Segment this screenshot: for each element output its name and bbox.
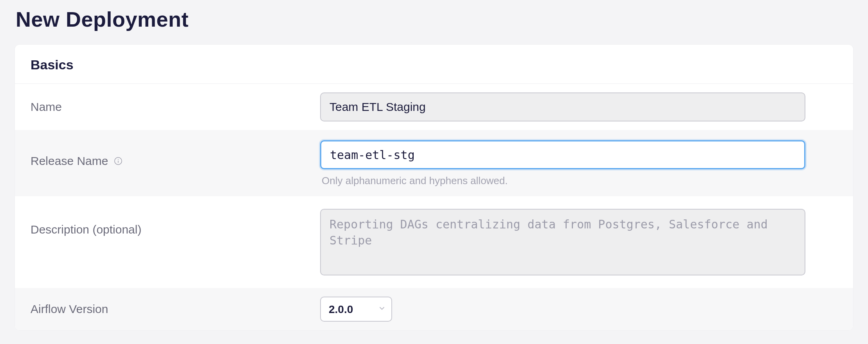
info-icon[interactable] bbox=[113, 156, 123, 166]
row-airflow-version: Airflow Version 2.0.0 bbox=[15, 288, 853, 330]
airflow-version-select[interactable]: 2.0.0 bbox=[320, 297, 392, 322]
description-label: Description (optional) bbox=[31, 223, 141, 236]
basics-card: Basics Name Release Name bbox=[15, 45, 853, 330]
basics-heading: Basics bbox=[15, 45, 853, 84]
page-title: New Deployment bbox=[15, 0, 853, 45]
release-name-input[interactable] bbox=[320, 140, 805, 169]
row-release-name: Release Name Only alphanumeric and hyphe… bbox=[15, 130, 853, 196]
name-input[interactable] bbox=[320, 92, 805, 121]
svg-point-2 bbox=[118, 159, 119, 160]
row-name: Name bbox=[15, 84, 853, 130]
airflow-version-label: Airflow Version bbox=[31, 302, 108, 316]
row-description: Description (optional) bbox=[15, 196, 853, 288]
name-label: Name bbox=[31, 100, 62, 114]
release-name-label: Release Name bbox=[31, 154, 108, 168]
description-textarea[interactable] bbox=[320, 209, 805, 275]
release-name-helper: Only alphanumeric and hyphens allowed. bbox=[320, 175, 837, 187]
